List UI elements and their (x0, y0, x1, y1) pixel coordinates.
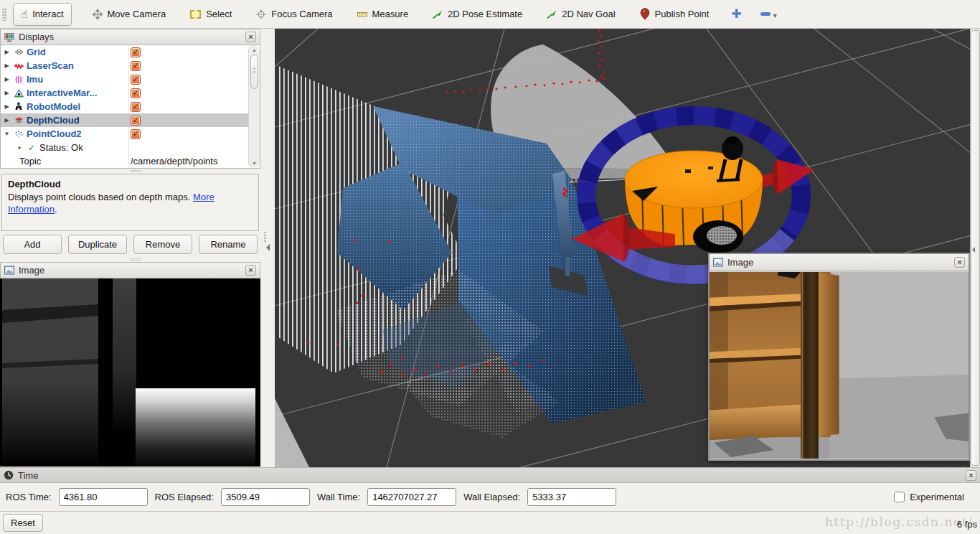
scrollbar-thumb[interactable] (250, 55, 258, 89)
tool-label: Measure (372, 9, 409, 19)
pin-icon (640, 9, 650, 19)
panel-title: Displays (19, 32, 54, 42)
interactive-markers-icon (14, 88, 24, 98)
camera-image-panel[interactable]: Image × (708, 253, 970, 461)
panel-title: Time (18, 470, 38, 481)
visibility-checkbox[interactable]: ✓ (131, 61, 141, 71)
visibility-checkbox[interactable]: ✓ (131, 129, 141, 139)
clock-icon (4, 471, 14, 480)
image-panel-header: Image × (0, 262, 260, 278)
tree-row-grid[interactable]: ▶ Grid ✓ (1, 45, 260, 59)
tool-label: Select (206, 9, 232, 19)
tree-row-interactive-markers[interactable]: ▶ InteractiveMar... ✓ (1, 86, 260, 100)
pose-estimate-tool-button[interactable]: 2D Pose Estimate (425, 3, 530, 26)
add-button[interactable]: Add (3, 235, 62, 254)
rename-button[interactable]: Rename (199, 235, 258, 254)
visibility-checkbox[interactable]: ✓ (131, 116, 141, 126)
reset-button[interactable]: Reset (3, 514, 43, 532)
focus-camera-tool-button[interactable]: Focus Camera (248, 3, 340, 26)
duplicate-button[interactable]: Duplicate (68, 235, 127, 254)
move-camera-tool-button[interactable]: Move Camera (85, 3, 174, 26)
tree-row-laserscan[interactable]: ▶ LaserScan ✓ (1, 59, 260, 72)
experimental-checkbox[interactable] (894, 492, 905, 502)
visibility-checkbox[interactable]: ✓ (131, 75, 141, 85)
close-icon[interactable]: × (245, 32, 256, 42)
camera-image-view (710, 271, 969, 459)
description-title: DepthCloud (8, 178, 253, 191)
expander-icon[interactable]: ▶ (3, 103, 11, 110)
collapse-left-icon[interactable] (266, 244, 270, 251)
visibility-checkbox[interactable]: ✓ (131, 102, 141, 112)
expander-icon[interactable]: ▼ (3, 131, 11, 137)
expander-icon[interactable]: ▶ (3, 49, 11, 55)
tree-row-pointcloud2[interactable]: ▼ PointCloud2 ✓ (1, 127, 260, 141)
fps-counter: 6 fps (957, 519, 977, 530)
publish-point-tool-button[interactable]: Publish Point (632, 3, 717, 26)
rviz-window: ☝ Interact Move Camera Select (0, 0, 980, 534)
experimental-label: Experimental (910, 492, 964, 502)
expander-icon[interactable]: ▸ (16, 144, 24, 151)
close-icon[interactable]: × (245, 265, 256, 276)
wall-elapsed-label: Wall Elapsed: (463, 492, 520, 502)
close-icon[interactable]: × (966, 470, 976, 481)
image-panel-icon (4, 266, 14, 275)
panel-resize-handle[interactable] (0, 169, 260, 174)
tool-label: Focus Camera (271, 9, 332, 19)
measure-tool-button[interactable]: Measure (349, 3, 417, 26)
property-value[interactable]: /camera/depth/points (128, 156, 217, 167)
depthcloud-icon (14, 116, 24, 125)
collapse-right-icon[interactable] (972, 247, 975, 253)
chevron-down-icon[interactable]: ▾ (773, 11, 777, 19)
panel-resize-handle[interactable] (0, 257, 260, 262)
tree-row-imu[interactable]: ▶ Imu ✓ (1, 72, 260, 86)
tool-label: 2D Pose Estimate (448, 9, 522, 19)
tree-row-depthcloud[interactable]: ▶ DepthCloud ✓ (1, 113, 260, 127)
rail-thumb[interactable] (971, 30, 980, 466)
splitter-grip[interactable] (264, 231, 266, 243)
tree-row-label: DepthCloud (27, 115, 80, 126)
camera-image-panel-header[interactable]: Image × (710, 254, 969, 271)
time-panel-footer: Reset http://blog.csdn.net/ 6 fps (0, 511, 980, 534)
select-tool-button[interactable]: Select (182, 3, 240, 26)
robot-model-icon (14, 102, 24, 111)
ros-time-field[interactable] (59, 488, 148, 506)
pointcloud2-icon (14, 129, 24, 139)
panel-splitter[interactable] (260, 29, 275, 467)
main-area: Displays × ▶ Grid ✓ (0, 29, 980, 467)
close-icon[interactable]: × (954, 257, 965, 268)
tool-label: Publish Point (655, 9, 710, 19)
expander-icon[interactable]: ▶ (3, 90, 11, 96)
tree-row-label: LaserScan (27, 60, 74, 71)
grid-icon (14, 47, 24, 57)
visibility-checkbox[interactable]: ✓ (131, 88, 141, 98)
toolbar-drag-handle[interactable] (2, 8, 6, 21)
remove-tool-button[interactable] (760, 12, 771, 16)
status-label: Status: Ok (39, 142, 83, 153)
tree-row-status[interactable]: ▸ ✓ Status: Ok (1, 141, 260, 154)
expander-icon[interactable]: ▶ (3, 117, 11, 123)
expander-icon[interactable]: ▶ (3, 76, 11, 83)
wall-time-field[interactable] (367, 488, 456, 506)
add-tool-button[interactable]: ✚ (731, 6, 741, 22)
scroll-up-icon[interactable]: ▲ (252, 45, 257, 55)
displays-panel-icon (4, 32, 14, 42)
scroll-down-icon[interactable]: ▼ (252, 159, 257, 168)
3d-viewport[interactable]: Image × (275, 29, 970, 467)
expander-icon[interactable]: ▶ (3, 62, 11, 69)
remove-button[interactable]: Remove (133, 235, 192, 254)
right-panel-rail[interactable] (970, 29, 980, 467)
tree-row-robotmodel[interactable]: ▶ RobotModel ✓ (1, 100, 260, 113)
tree-row-topic[interactable]: Topic /camera/depth/points (1, 154, 260, 168)
visibility-checkbox[interactable]: ✓ (131, 47, 141, 57)
tool-label: Interact (32, 9, 63, 19)
time-panel-header: Time × (0, 467, 980, 483)
panel-title: Image (19, 265, 44, 276)
tree-scrollbar[interactable]: ▲ ▼ (248, 45, 260, 168)
nav-goal-tool-button[interactable]: 2D Nav Goal (539, 3, 623, 26)
interact-tool-button[interactable]: ☝ Interact (13, 3, 72, 26)
ros-elapsed-field[interactable] (221, 488, 310, 506)
left-panel-column: Displays × ▶ Grid ✓ (0, 29, 260, 467)
wall-elapsed-field[interactable] (527, 488, 616, 506)
focus-camera-icon (256, 9, 266, 19)
tree-row-label: Grid (27, 47, 46, 57)
